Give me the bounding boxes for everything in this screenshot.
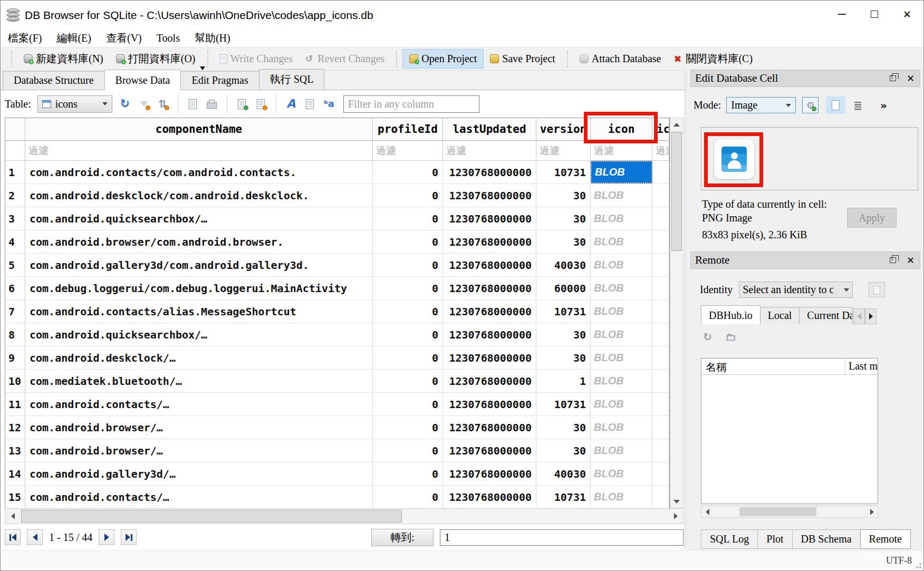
cell-componentname[interactable]: com.android.contacts/alias.MessageShortc… [25, 300, 373, 323]
cell-componentname[interactable]: com.android.contacts/com.android.contact… [25, 161, 373, 183]
cell-version[interactable]: 10731 [536, 393, 591, 415]
table-selector[interactable]: icons [37, 95, 112, 113]
cell-lastupdated[interactable]: 1230768000000 [443, 300, 536, 323]
column-header-profileid[interactable]: profileId [373, 118, 443, 140]
column-filter-profileid[interactable] [373, 141, 442, 160]
text-view-toggle-button[interactable] [826, 96, 845, 114]
menu-tools[interactable]: Tools [149, 30, 187, 47]
filter-input[interactable] [343, 95, 479, 113]
cell-profileid[interactable]: 0 [373, 462, 443, 485]
close-button[interactable]: ✕ [891, 1, 923, 28]
write-changes-button[interactable]: Write Changes [214, 50, 300, 68]
cell-profileid[interactable]: 0 [373, 346, 443, 369]
scroll-right-arrow-icon[interactable] [866, 506, 878, 517]
import-data-button[interactable]: ⚙ [802, 97, 819, 113]
cell-truncated-column[interactable] [652, 230, 669, 253]
cell-truncated-column[interactable] [652, 323, 669, 346]
cell-componentname[interactable]: com.mediatek.bluetooth/… [25, 370, 373, 392]
cell-icon-blob-selected[interactable]: BLOB [591, 161, 652, 183]
scroll-left-arrow-icon[interactable] [701, 506, 713, 517]
cell-lastupdated[interactable]: 1230768000000 [443, 207, 536, 230]
cell-profileid[interactable]: 0 [373, 254, 443, 276]
last-record-button[interactable] [121, 529, 137, 545]
cell-componentname[interactable]: com.android.browser/… [25, 439, 373, 462]
cell-lastupdated[interactable]: 1230768000000 [443, 323, 536, 346]
export-records-button[interactable] [187, 98, 199, 110]
cell-profileid[interactable]: 0 [373, 161, 443, 183]
dock-tab-remote[interactable]: Remote [860, 529, 911, 549]
cell-lastupdated[interactable]: 1230768000000 [443, 462, 536, 485]
cell-truncated-column[interactable] [652, 161, 669, 183]
cell-lastupdated[interactable]: 1230768000000 [443, 277, 536, 299]
cell-version[interactable]: 30 [536, 184, 591, 207]
cell-lastupdated[interactable]: 1230768000000 [443, 230, 536, 253]
cell-icon-blob[interactable]: BLOB [591, 393, 652, 415]
tab-dbhub[interactable]: DBHub.io [701, 305, 761, 324]
cell-version[interactable]: 30 [536, 230, 591, 253]
cell-truncated-column[interactable] [652, 207, 669, 230]
cell-version[interactable]: 30 [536, 346, 591, 369]
mode-selector[interactable]: Image [726, 97, 796, 113]
cell-componentname[interactable]: com.android.deskclock/com.android.deskcl… [25, 184, 373, 207]
cell-profileid[interactable]: 0 [373, 416, 443, 439]
cell-icon-blob[interactable]: BLOB [591, 370, 652, 392]
close-database-button[interactable]: ✖ 關閉資料庫(C) [667, 49, 759, 69]
doc-a-icon-button[interactable] [304, 98, 316, 110]
cell-version[interactable]: 1 [536, 370, 591, 392]
save-project-button[interactable]: Save Project [484, 50, 562, 68]
cell-lastupdated[interactable]: 1230768000000 [443, 486, 536, 508]
cell-componentname[interactable]: com.android.quicksearchbox/… [25, 323, 373, 346]
cell-icon-blob[interactable]: BLOB [591, 462, 652, 485]
tab-execute-sql[interactable]: 執行 SQL [259, 69, 325, 90]
tab-scroll-left-icon[interactable] [853, 308, 865, 324]
cell-version[interactable]: 10731 [536, 486, 591, 508]
cell-version[interactable]: 30 [536, 323, 591, 346]
cell-truncated-column[interactable] [652, 439, 669, 462]
new-database-button[interactable]: + 新建資料庫(N) [17, 49, 110, 69]
cell-componentname[interactable]: com.android.contacts/… [25, 486, 373, 508]
horizontal-scrollbar[interactable] [5, 508, 684, 524]
delete-record-button[interactable] [255, 98, 267, 110]
cell-lastupdated[interactable]: 1230768000000 [443, 161, 536, 183]
cell-version[interactable]: 10731 [536, 300, 591, 323]
cell-icon-blob[interactable]: BLOB [591, 346, 652, 369]
cell-truncated-column[interactable] [652, 393, 669, 415]
column-filter-lastupdated[interactable] [443, 141, 536, 160]
remote-scrollbar-thumb[interactable] [739, 507, 816, 516]
cell-icon-blob[interactable]: BLOB [591, 439, 652, 462]
cell-version[interactable]: 30 [536, 439, 591, 462]
tab-scroll-right-icon[interactable] [865, 308, 877, 324]
clear-sorting-button[interactable]: ⇅ [157, 98, 169, 110]
cell-version[interactable]: 40030 [536, 462, 591, 485]
clear-filters-button[interactable] [138, 98, 150, 110]
word-wrap-button[interactable]: ≣ [853, 100, 862, 111]
print-button[interactable] [206, 98, 218, 110]
cell-version[interactable]: 30 [536, 416, 591, 439]
vertical-scrollbar-thumb[interactable] [671, 132, 682, 251]
cell-lastupdated[interactable]: 1230768000000 [443, 254, 536, 276]
scroll-right-arrow-icon[interactable] [668, 509, 683, 524]
cell-truncated-column[interactable] [652, 416, 669, 439]
cell-icon-blob[interactable]: BLOB [591, 323, 652, 346]
tab-current-database[interactable]: Current Dat [799, 307, 853, 324]
column-header-version[interactable]: version [536, 118, 591, 140]
first-record-button[interactable] [5, 529, 21, 545]
identity-selector[interactable]: Select an identity to conne [739, 282, 853, 298]
cell-icon-blob[interactable]: BLOB [591, 254, 652, 276]
vertical-scrollbar[interactable] [670, 118, 684, 508]
cell-componentname[interactable]: com.debug.loggerui/com.debug.loggerui.Ma… [25, 277, 373, 299]
cell-icon-blob[interactable]: BLOB [591, 300, 652, 323]
revert-changes-button[interactable]: ↺ Revert Changes [299, 50, 391, 68]
cell-icon-blob[interactable]: BLOB [591, 416, 652, 439]
horizontal-scrollbar-thumb[interactable] [21, 510, 402, 522]
resize-grip[interactable] [916, 563, 922, 569]
cell-truncated-column[interactable] [652, 300, 669, 323]
dock-tab-db-schema[interactable]: DB Schema [792, 529, 861, 549]
minimize-button[interactable] [825, 1, 858, 28]
cell-truncated-column[interactable] [652, 346, 669, 369]
remote-column-name[interactable]: 名稱 [701, 359, 845, 374]
cell-lastupdated[interactable]: 1230768000000 [443, 416, 536, 439]
cell-componentname[interactable]: com.android.browser/… [25, 416, 373, 439]
column-filter-truncated[interactable] [652, 141, 669, 160]
dock-tab-sql-log[interactable]: SQL Log [701, 529, 758, 549]
